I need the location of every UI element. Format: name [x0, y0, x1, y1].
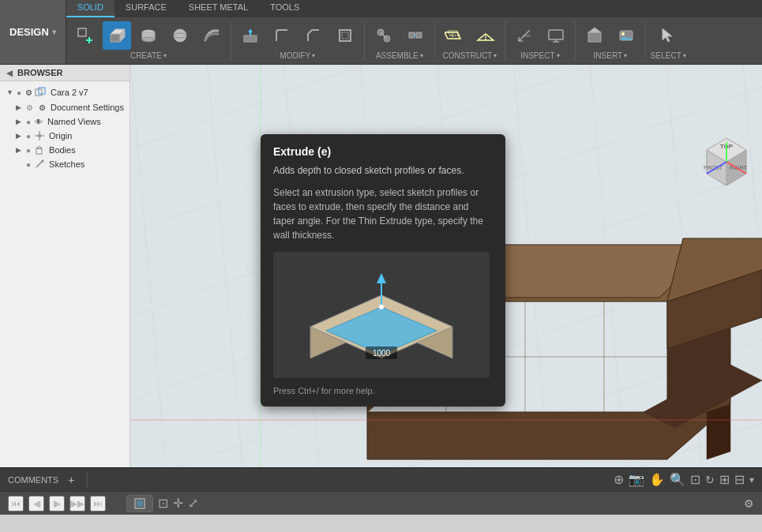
rigid-group-btn[interactable] [401, 21, 430, 50]
tree-item-namedviews[interactable]: ▶ ● 👁 Named Views [0, 114, 130, 129]
fillet-btn[interactable] [268, 21, 296, 50]
svg-rect-87 [137, 500, 143, 507]
extrude-btn[interactable] [103, 21, 131, 50]
comments-label: COMMENTS [8, 475, 58, 485]
navigate-icon-btn[interactable]: ⊕ [614, 472, 624, 487]
svg-text:1000: 1000 [373, 349, 391, 358]
play-btn[interactable]: ▶ [49, 496, 65, 511]
grid-btn[interactable]: ⊞ [719, 472, 730, 487]
construct-label[interactable]: CONSTRUCT ▾ [442, 51, 497, 60]
revolve-btn[interactable] [134, 21, 163, 50]
playback-tools: ⊡ ✛ ⤢ [126, 495, 198, 512]
select-btn[interactable] [654, 21, 682, 50]
svg-rect-15 [342, 32, 348, 39]
bottom-bar: COMMENTS + ⊕ 📷 ✋ 🔍 ⊡ ↻ ⊞ ⊟ ▾ [0, 467, 762, 491]
tab-surface[interactable]: SURFACE [114, 0, 178, 17]
assemble-label[interactable]: ASSEMBLE ▾ [376, 51, 423, 60]
svg-rect-20 [416, 32, 422, 38]
group-construct: CONSTRUCT ▾ [435, 21, 505, 60]
settings-icon-btn[interactable]: ⚙ [744, 497, 754, 510]
timeline-btn[interactable]: ⊡ [158, 495, 168, 512]
inspect-label[interactable]: INSPECT ▾ [520, 51, 559, 60]
sidebar-tree: ▼ ● ⚙ Cara 2 v7 ▶ ⚙ ⚙ Document Settings … [0, 81, 130, 467]
tree-label-root: Cara 2 v7 [51, 88, 88, 97]
shell-btn[interactable] [331, 21, 359, 50]
select-icons [654, 21, 682, 50]
offset-plane-btn[interactable] [440, 21, 468, 50]
bodies-icon [35, 145, 44, 155]
insert-label[interactable]: INSERT ▾ [594, 51, 628, 60]
create-arrow: ▾ [163, 52, 167, 59]
tree-item-bodies[interactable]: ▶ ● Bodies [0, 143, 130, 157]
chevron-docsettings: ▶ [16, 103, 24, 111]
prev-btn[interactable]: ◀ [28, 496, 44, 511]
add-comment-btn[interactable]: + [68, 474, 74, 486]
design-button[interactable]: DESIGN ▾ [0, 0, 66, 64]
tree-item-docsettings[interactable]: ▶ ⚙ ⚙ Document Settings [0, 100, 130, 114]
tree-item-origin[interactable]: ▶ ● Origin [0, 129, 130, 143]
tree-label-docsettings: Document Settings [51, 103, 124, 112]
group-select: SELECT ▾ [646, 21, 691, 60]
rewind-btn[interactable]: ⏮ [8, 496, 24, 511]
modify-arrow: ▾ [312, 52, 315, 59]
insert-icons [580, 21, 640, 50]
new-component-btn[interactable] [71, 21, 99, 50]
visibility-root[interactable]: ● [17, 88, 21, 97]
sketches-icon [35, 159, 44, 169]
decal-btn[interactable] [612, 21, 640, 50]
collapse-icon[interactable]: ◀ [6, 69, 13, 77]
visibility-namedviews[interactable]: ● [26, 118, 31, 126]
sphere-btn[interactable] [166, 21, 194, 50]
chamfer-btn[interactable] [299, 21, 328, 50]
chevron-origin: ▶ [16, 132, 24, 140]
component-icon [35, 87, 46, 98]
display-mode-btn[interactable]: ⊟ [734, 472, 745, 487]
svg-point-48 [42, 160, 44, 163]
tab-sheet-metal[interactable]: SHEET METAL [178, 0, 259, 17]
pan-btn[interactable]: ✋ [649, 472, 665, 487]
svg-rect-45 [36, 148, 42, 154]
tree-item-root[interactable]: ▼ ● ⚙ Cara 2 v7 [0, 84, 130, 100]
visibility-bodies[interactable]: ● [26, 146, 31, 155]
display-more-btn[interactable]: ▾ [749, 472, 754, 487]
chevron-namedviews: ▶ [16, 118, 24, 126]
visibility-origin[interactable]: ● [26, 132, 31, 140]
group-insert: INSERT ▾ [576, 21, 646, 60]
display-settings-btn[interactable] [542, 21, 570, 50]
tab-solid[interactable]: SOLID [66, 0, 114, 17]
end-btn[interactable]: ⏭ [90, 496, 106, 511]
viewport[interactable]: Extrude (e) Adds depth to closed sketch … [130, 65, 762, 467]
position-btn[interactable]: ✛ [173, 495, 183, 512]
modify-label[interactable]: MODIFY ▾ [280, 51, 315, 60]
fit-btn[interactable]: ⊡ [690, 472, 700, 487]
visibility-docsettings[interactable]: ⚙ [26, 103, 33, 112]
pipe-btn[interactable] [197, 21, 226, 50]
inspect-arrow: ▾ [557, 52, 560, 59]
move-btn[interactable]: ⤢ [188, 495, 198, 512]
insert-mesh-btn[interactable] [580, 21, 609, 50]
tab-tools[interactable]: TOOLS [259, 0, 310, 17]
svg-rect-34 [588, 32, 601, 42]
svg-marker-35 [588, 28, 601, 32]
svg-rect-0 [78, 28, 86, 36]
joint-btn[interactable] [370, 21, 398, 50]
select-label[interactable]: SELECT ▾ [651, 51, 686, 60]
group-modify: MODIFY ▾ [231, 21, 365, 60]
divider [87, 472, 88, 488]
frame-select-btn[interactable] [126, 495, 153, 512]
press-pull-btn[interactable] [236, 21, 265, 50]
svg-point-8 [142, 37, 155, 42]
midplane-btn[interactable] [471, 21, 500, 50]
create-icons [71, 21, 226, 50]
measure-btn[interactable]: mm [510, 21, 539, 50]
camera-btn[interactable]: 📷 [629, 472, 644, 487]
lock-root[interactable]: ⚙ [25, 88, 32, 97]
visibility-sketches[interactable]: ● [26, 160, 31, 169]
orbit-btn[interactable]: ↻ [705, 472, 715, 487]
modify-icons [236, 21, 359, 50]
zoom-btn[interactable]: 🔍 [670, 472, 685, 487]
next-btn[interactable]: ▶▶ [69, 496, 85, 511]
tree-item-sketches[interactable]: ▶ ● Sketches [0, 157, 130, 171]
create-label[interactable]: CREATE ▾ [130, 51, 167, 60]
tooltip-subtitle: Adds depth to closed sketch profiles or … [273, 164, 493, 178]
